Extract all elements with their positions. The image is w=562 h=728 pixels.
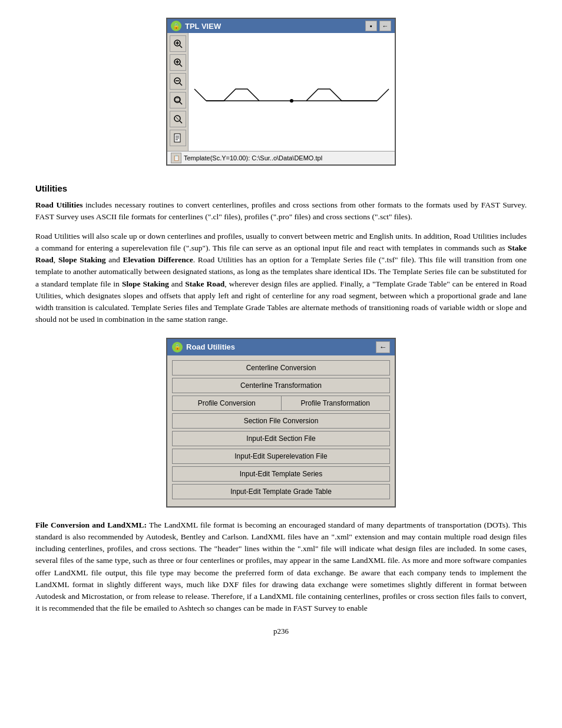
svg-line-1 xyxy=(180,45,182,48)
slope-staking-bold: Slope Staking xyxy=(58,255,106,264)
zoom-region-button[interactable] xyxy=(170,35,186,52)
file-conversion-paragraph: File Conversion and LandXML: The LandXML… xyxy=(35,519,527,615)
input-edit-template-grade-button[interactable]: Input-Edit Template Grade Table xyxy=(172,484,390,499)
ru-titlebar-left: 🔒 Road Utilities xyxy=(172,342,235,353)
input-edit-section-file-button[interactable]: Input-Edit Section File xyxy=(172,431,390,446)
section-file-conversion-button[interactable]: Section File Conversion xyxy=(172,413,390,429)
profile-transformation-button[interactable]: Profile Transformation xyxy=(281,396,391,411)
svg-line-5 xyxy=(180,64,182,67)
ru-title: Road Utilities xyxy=(186,342,235,351)
ru-body: Centerline Conversion Centerline Transfo… xyxy=(167,355,395,506)
tpl-body xyxy=(167,33,395,151)
stake-road-bold: Stake Road xyxy=(35,243,527,264)
centerline-conversion-button[interactable]: Centerline Conversion xyxy=(172,360,390,375)
profile-conversion-button[interactable]: Profile Conversion xyxy=(172,396,281,411)
centerline-transformation-button[interactable]: Centerline Transformation xyxy=(172,378,390,393)
zoom-out-button[interactable] xyxy=(170,73,186,90)
svg-line-9 xyxy=(180,83,182,85)
back-button[interactable]: ← xyxy=(379,21,391,31)
utilities-paragraph1: Road Utilities includes necessary routin… xyxy=(35,199,527,223)
tpl-view-window: 🔒 TPL VIEW ▪ ← xyxy=(166,18,396,166)
svg-line-23 xyxy=(194,89,206,101)
tpl-titlebar-left: 🔒 TPL VIEW xyxy=(171,21,221,31)
tpl-statusbar: 📋 Template(Sc.Y=10.00): C:\Sur..o\Data\D… xyxy=(167,151,395,164)
input-edit-superelevation-button[interactable]: Input-Edit Superelevation File xyxy=(172,449,390,464)
stake-road-bold2: Stake Road xyxy=(185,279,224,288)
tpl-title: TPL VIEW xyxy=(185,22,221,31)
elevation-difference-bold: Elevation Difference xyxy=(123,255,193,264)
file-button[interactable] xyxy=(170,130,186,146)
road-utilities-window: 🔒 Road Utilities ← Centerline Conversion… xyxy=(166,338,396,508)
statusbar-text: Template(Sc.Y=10.00): C:\Sur..o\Data\DEM… xyxy=(184,154,322,162)
ru-back-button[interactable]: ← xyxy=(376,341,390,353)
svg-line-16 xyxy=(176,117,178,120)
svg-line-15 xyxy=(180,121,182,123)
svg-point-22 xyxy=(290,99,293,103)
tpl-icon: 🔒 xyxy=(171,21,181,31)
svg-rect-13 xyxy=(175,98,180,101)
ru-icon: 🔒 xyxy=(172,342,183,353)
pan-button[interactable] xyxy=(170,111,186,127)
statusbar-icon: 📋 xyxy=(171,153,181,163)
tpl-titlebar: 🔒 TPL VIEW ▪ ← xyxy=(167,19,395,33)
utilities-paragraph2: Road Utilities will also scale up or dow… xyxy=(35,230,527,326)
file-conversion-heading-bold: File Conversion and LandXML: xyxy=(35,521,147,529)
zoom-in-button[interactable] xyxy=(170,54,186,71)
tpl-canvas xyxy=(189,33,395,151)
zoom-extent-button[interactable] xyxy=(170,92,186,108)
tpl-titlebar-buttons: ▪ ← xyxy=(365,21,391,31)
ru-titlebar: 🔒 Road Utilities ← xyxy=(167,339,395,355)
road-utilities-bold: Road Utilities xyxy=(35,200,82,209)
utilities-section: Utilities Road Utilities includes necess… xyxy=(35,183,527,326)
svg-line-12 xyxy=(180,102,182,104)
profile-buttons-row: Profile Conversion Profile Transformatio… xyxy=(172,396,390,411)
svg-line-24 xyxy=(377,89,389,101)
utilities-heading: Utilities xyxy=(35,183,527,193)
tpl-toolbar xyxy=(167,33,189,151)
file-conversion-section: File Conversion and LandXML: The LandXML… xyxy=(35,519,527,615)
slope-staking-bold2: Slope Staking xyxy=(122,279,169,288)
page-number: p236 xyxy=(35,627,527,636)
minimize-button[interactable]: ▪ xyxy=(365,21,377,31)
input-edit-template-series-button[interactable]: Input-Edit Template Series xyxy=(172,466,390,482)
